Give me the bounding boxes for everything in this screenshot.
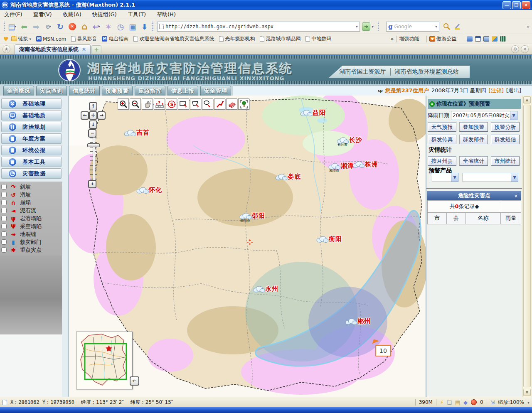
map-city-zhuzhou[interactable]: 株洲 [352,160,378,168]
menu-file[interactable]: 文件(F) [4,11,22,18]
nav-tab-query[interactable]: 灾点查询 [36,86,67,96]
back-icon[interactable]: ⬅ [18,21,30,32]
link-msn[interactable]: MMSN.com [36,36,66,42]
province-stats-button[interactable]: 全省统计 [459,156,488,166]
clock-icon[interactable]: ◷ [115,21,126,32]
nav-tab-report[interactable]: 信息上报 [167,86,198,96]
select-circle-tool-icon[interactable] [202,98,213,110]
group-fax-button[interactable]: 群发传真 [428,135,456,144]
pens-icon[interactable] [492,36,498,42]
layer-checkbox-rescue[interactable] [1,239,7,245]
stop-icon[interactable]: ✕ [66,21,78,32]
search-input[interactable]: Google [394,24,435,30]
search-engine-dropdown-icon[interactable]: ▾ [435,24,437,29]
link-radio[interactable]: M电台指南 [102,35,128,42]
pan-up-button[interactable]: ↑ [89,102,97,111]
map-city-xiangtan[interactable]: 湘潭湘潭市 [328,162,354,170]
logout-link[interactable]: [注销] [489,87,504,94]
scroll-down-icon[interactable]: ▼ [523,389,531,396]
map-city-jishou[interactable]: 吉首 [124,129,150,137]
proxy-icon[interactable]: ❏ [447,399,452,406]
zoom-in-button[interactable]: + [88,180,96,188]
sidebar-item-base-geology[interactable]: 基础地质 [1,110,62,120]
select-polygon-tool-icon[interactable] [190,98,201,110]
new-tab-button[interactable]: + [91,45,101,54]
new-page-icon[interactable]: ▤▾ [6,21,18,32]
menu-favorites[interactable]: 收藏(A) [63,11,81,18]
link-photo[interactable]: 光年摄影机构 [219,35,255,42]
link-enhance[interactable]: 增强功能 [399,35,419,42]
layer-checkbox-debris-flow[interactable] [1,208,7,213]
map-city-hengyang[interactable]: 衡阳 [316,235,342,243]
toolbar-overflow-icon[interactable]: » [527,24,530,30]
new-window-icon[interactable]: ▤ [455,399,460,406]
link-land-resources[interactable]: 湖南省国土资源厅 [340,68,386,76]
map-city-shaoyang[interactable]: 邵阳邵阳市 [239,212,265,220]
nav-tab-forecast[interactable]: 预测预警 [102,86,133,96]
go-button[interactable]: ➔ [362,22,370,31]
measure-tool-icon[interactable]: ? [154,98,165,110]
city-stats-button[interactable]: 市州统计 [491,156,520,166]
layer-checkbox-collapse[interactable] [1,200,7,205]
link-milu[interactable]: 觅路城市精品网 [260,35,300,42]
resize-icon[interactable]: ⇲ [490,399,495,406]
sidebar-item-base-geography[interactable]: 基础地理 [1,98,62,109]
pan-center-button[interactable]: ✛ [89,111,97,120]
refresh-icon[interactable]: ↻ [54,21,66,32]
rain-date-select[interactable]: 2007年05月05日08时实况▼ [451,111,517,120]
erase-tool-icon[interactable] [226,98,237,110]
map-area[interactable]: ? S ↑ ← ✛ → ↓ − + 吉首 益阳 长沙长沙市 湘潭湘潭市 [69,96,426,397]
nav-tab-security[interactable]: 安全管理 [200,86,231,96]
pan-left-button[interactable]: ← [81,111,89,120]
home-icon[interactable]: ⌂ [79,21,90,32]
group-sms-button[interactable]: 群发短信 [491,135,520,144]
nav-tab-stats[interactable]: 信息统计 [69,86,100,96]
links-folder[interactable]: 链接▾ [11,35,32,42]
favorites-heart-icon[interactable]: ♥ [3,36,9,42]
download-icon[interactable]: ⬇ [139,21,150,32]
forward-icon[interactable]: ➡ [30,21,42,32]
grid-icon[interactable] [500,36,506,42]
address-bar[interactable]: http://dzzh.hndh.gov.cn/gridweb.aspx ▾ [157,22,360,32]
product-select-2[interactable]: ▼ [463,173,518,182]
close-tabs-icon[interactable]: ✕ [521,45,529,53]
draw-line-tool-icon[interactable] [214,98,225,110]
link-zhongdi[interactable]: 中地数码 [305,35,331,42]
minimap-collapse-button[interactable]: ← [130,376,139,386]
warning-flag-marker[interactable]: 10 [375,345,391,356]
page-scrollbar[interactable]: ▲ ▼ [522,96,532,397]
settings-wrench-icon[interactable]: ⚙ [511,45,519,53]
zoom-in-tool-icon[interactable] [118,98,129,110]
menu-tools[interactable]: 工具(T) [128,11,146,18]
link-charity[interactable]: ♥ 傲游公益 [429,35,456,42]
layer-checkbox-fissure[interactable] [1,231,7,237]
menu-view[interactable]: 查看(V) [33,11,52,18]
link-baofeng[interactable]: 暴风影音 [71,35,97,42]
search-box[interactable]: g Google ▾ [386,22,439,32]
user-icon[interactable] [467,36,473,42]
full-extent-tool-icon[interactable] [238,98,249,110]
close-button[interactable]: ✕ [522,1,530,9]
layer-checkbox-landslide[interactable] [1,192,7,197]
chevron-double-icon[interactable]: » [513,194,519,197]
zoom-dropdown-icon[interactable]: ▾ [527,400,530,405]
pan-tool-icon[interactable] [142,98,153,110]
layer-checkbox-slope[interactable] [1,184,7,189]
map-city-chenzhou[interactable]: 郴州 [345,317,371,325]
product-select-1[interactable]: ▼ [432,173,458,182]
popup-blocker-icon[interactable] [471,399,477,405]
zoom-slider-handle[interactable] [87,143,100,147]
favorites-star-icon[interactable]: ★ [2,45,10,53]
boost-lightning-icon[interactable]: ⚡ [440,399,443,406]
sidebar-item-disaster-data[interactable]: 灾害数据 [1,168,62,179]
select-rect-tool-icon[interactable] [178,98,189,110]
go-dropdown-icon[interactable]: ▾ [372,24,374,29]
danger-points-header[interactable]: 危险性灾害点 » [427,191,521,200]
exit-link[interactable]: [退出] [506,87,521,94]
sidebar-item-annual-scheme[interactable]: 年度方案 [1,133,62,144]
sidebar-item-env-bulletin[interactable]: 环境公报 [1,145,62,155]
notes-icon[interactable] [483,36,489,42]
map-city-yiyang[interactable]: 益阳 [300,109,326,117]
group-email-button[interactable]: 群发邮件 [459,135,488,144]
address-url[interactable]: http://dzzh.hndh.gov.cn/gridweb.aspx [165,24,356,30]
